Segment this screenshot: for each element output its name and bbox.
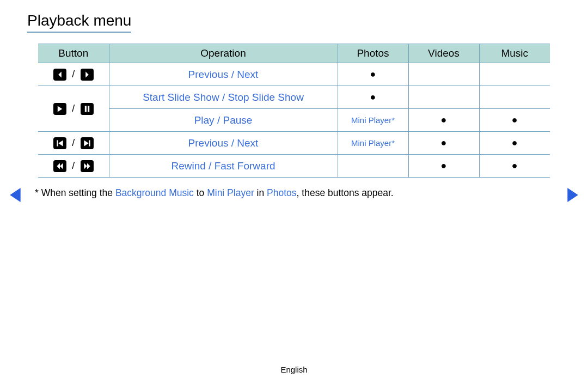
note-link-mini-player: Mini Player bbox=[207, 187, 254, 198]
button-separator: / bbox=[72, 69, 75, 80]
svg-rect-0 bbox=[84, 106, 86, 112]
operation-cell: Previous / Next bbox=[109, 132, 338, 155]
button-cell-prev-next: / bbox=[38, 63, 109, 86]
button-separator: / bbox=[72, 160, 75, 172]
note-text: , these buttons appear. bbox=[297, 187, 394, 198]
cell-videos bbox=[408, 86, 479, 109]
operation-cell: Previous / Next bbox=[109, 63, 338, 86]
svg-rect-1 bbox=[88, 106, 89, 112]
button-cell-skip: / bbox=[38, 132, 109, 155]
note-link-bg-music: Background Music bbox=[115, 187, 194, 198]
note-text: * When setting the bbox=[35, 187, 115, 198]
cell-music: ● bbox=[479, 132, 550, 155]
header-music: Music bbox=[479, 44, 550, 63]
button-separator: / bbox=[72, 137, 75, 149]
nav-next-button[interactable] bbox=[566, 188, 578, 202]
chevron-right-icon bbox=[81, 69, 94, 81]
table-row: Play / Pause Mini Player* ● ● bbox=[38, 109, 550, 132]
chevron-left-icon bbox=[53, 69, 66, 81]
header-videos: Videos bbox=[408, 44, 479, 63]
rewind-icon bbox=[53, 160, 66, 172]
cell-videos: ● bbox=[408, 155, 479, 178]
table-row: / Rewind / Fast Forward ● ● bbox=[38, 155, 550, 178]
header-photos: Photos bbox=[338, 44, 408, 63]
table-row: / Start Slide Show / Stop Slide Show ● bbox=[38, 86, 550, 109]
fast-forward-icon bbox=[81, 160, 94, 172]
cell-videos: ● bbox=[408, 109, 479, 132]
header-operation: Operation bbox=[109, 44, 338, 63]
table-row: / Previous / Next ● bbox=[38, 63, 550, 86]
cell-photos: Mini Player* bbox=[338, 109, 408, 132]
cell-music: ● bbox=[479, 155, 550, 178]
note-text: to bbox=[194, 187, 207, 198]
cell-photos bbox=[338, 155, 408, 178]
header-button: Button bbox=[38, 44, 109, 63]
button-cell-play-pause: / bbox=[38, 86, 109, 132]
play-icon bbox=[53, 103, 66, 115]
svg-rect-3 bbox=[89, 140, 90, 146]
note-link-photos: Photos bbox=[267, 187, 296, 198]
playback-table: Button Operation Photos Videos Music / P… bbox=[38, 44, 550, 178]
footnote: * When setting the Background Music to M… bbox=[35, 187, 394, 199]
cell-videos: ● bbox=[408, 132, 479, 155]
button-cell-rewind-ff: / bbox=[38, 155, 109, 178]
cell-music bbox=[479, 63, 550, 86]
skip-next-icon bbox=[81, 137, 94, 149]
cell-photos: ● bbox=[338, 86, 408, 109]
table-row: / Previous / Next Mini Player* ● ● bbox=[38, 132, 550, 155]
footer-language: English bbox=[0, 365, 588, 374]
svg-rect-2 bbox=[57, 140, 58, 146]
cell-music: ● bbox=[479, 109, 550, 132]
button-separator: / bbox=[72, 103, 75, 114]
pause-icon bbox=[81, 103, 94, 115]
cell-photos: ● bbox=[338, 63, 408, 86]
note-text: in bbox=[254, 187, 267, 198]
skip-previous-icon bbox=[53, 137, 66, 149]
page-title: Playback menu bbox=[27, 12, 131, 33]
cell-photos: Mini Player* bbox=[338, 132, 408, 155]
nav-prev-button[interactable] bbox=[10, 188, 22, 202]
operation-cell: Start Slide Show / Stop Slide Show bbox=[109, 86, 338, 109]
cell-music bbox=[479, 86, 550, 109]
operation-cell: Play / Pause bbox=[109, 109, 338, 132]
cell-videos bbox=[408, 63, 479, 86]
operation-cell: Rewind / Fast Forward bbox=[109, 155, 338, 178]
